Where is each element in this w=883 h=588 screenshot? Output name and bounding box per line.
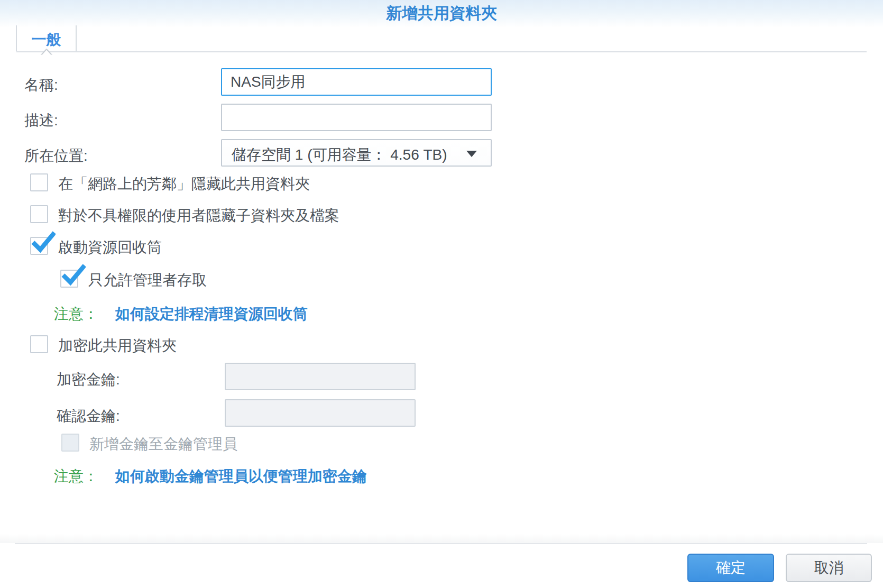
footer-divider [15,543,867,544]
recycle-schedule-link[interactable]: 如何設定排程清理資源回收筒 [115,306,308,322]
active-tab-pointer-icon [40,49,53,56]
checkmark-icon [60,263,86,289]
key-manager-note: 注意： 如何啟動金鑰管理員以便管理加密金鑰 [54,466,367,486]
description-input[interactable] [221,104,492,131]
name-label: 名稱: [24,75,58,95]
add-shared-folder-dialog: 新增共用資料夾 一般 名稱: 描述: 所在位置: 儲存空間 1 (可用容量： 4… [0,0,883,588]
checkbox-admin-only-label[interactable]: 只允許管理者存取 [88,270,207,290]
key-manager-link[interactable]: 如何啟動金鑰管理員以便管理加密金鑰 [115,468,367,484]
checkbox-add-key-manager-label: 新增金鑰至金鑰管理員 [89,434,237,454]
location-dropdown[interactable]: 儲存空間 1 (可用容量： 4.56 TB) [221,139,492,167]
note-prefix: 注意： [54,468,98,484]
ok-button[interactable]: 確定 [687,554,774,582]
dialog-title: 新增共用資料夾 [0,3,883,24]
cancel-button[interactable]: 取消 [786,554,872,582]
tab-general[interactable]: 一般 [17,30,76,50]
confirm-key-input [225,399,416,427]
checkbox-hide-network[interactable] [30,173,48,191]
location-selected-value: 儲存空間 1 (可用容量： 4.56 TB) [232,145,447,165]
recycle-note: 注意： 如何設定排程清理資源回收筒 [54,304,308,324]
footer-fade [0,534,883,543]
checkbox-admin-only[interactable] [60,270,78,288]
description-label: 描述: [24,111,58,131]
checkbox-recycle-bin[interactable] [30,237,48,255]
note-prefix: 注意： [54,306,98,322]
tab-separator-right [76,25,77,51]
name-input[interactable] [221,68,492,96]
checkbox-hide-network-label[interactable]: 在「網路上的芳鄰」隱藏此共用資料夾 [58,174,310,194]
confirm-key-label: 確認金鑰: [57,406,120,426]
encryption-key-input [225,363,416,390]
checkbox-hide-unauthorized[interactable] [30,205,48,223]
chevron-down-icon [466,151,477,157]
encryption-key-label: 加密金鑰: [57,370,120,390]
dialog-titlebar: 新增共用資料夾 [0,0,883,27]
checkbox-encrypt-label[interactable]: 加密此共用資料夾 [58,336,177,356]
checkbox-add-key-manager [61,434,79,452]
checkbox-encrypt[interactable] [30,335,48,353]
checkbox-hide-unauthorized-label[interactable]: 對於不具權限的使用者隱藏子資料夾及檔案 [58,206,339,226]
tab-bottom-rule [16,51,867,52]
location-label: 所在位置: [24,146,88,166]
checkmark-icon [30,231,56,256]
checkbox-recycle-bin-label[interactable]: 啟動資源回收筒 [58,237,162,258]
